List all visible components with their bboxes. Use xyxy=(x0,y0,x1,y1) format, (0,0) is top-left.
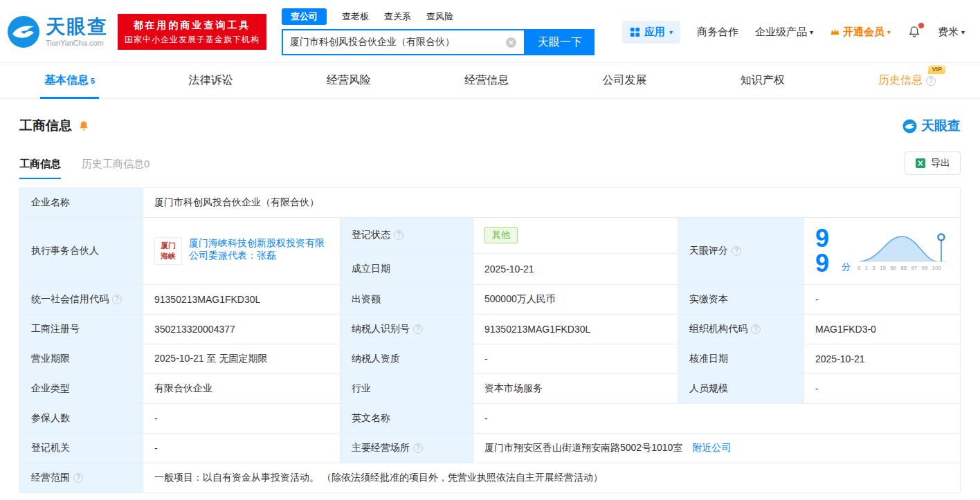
staff-size-label: 人员规模 xyxy=(678,374,804,404)
caret-down-icon: ▾ xyxy=(810,29,813,36)
export-label: 导出 xyxy=(931,157,950,169)
clear-icon[interactable] xyxy=(505,37,517,48)
search-tab-risk[interactable]: 查风险 xyxy=(426,10,453,23)
partner-logo-line1: 厦门 xyxy=(161,241,176,251)
help-icon[interactable]: ? xyxy=(73,473,83,483)
help-icon[interactable]: ? xyxy=(751,324,761,334)
slogan-line1: 都在用的商业查询工具 xyxy=(125,18,260,33)
tab-history-label: 历史信息 xyxy=(878,73,923,88)
nav-enterprise-label: 企业级产品 xyxy=(755,26,807,39)
search-tab-company[interactable]: 查公司 xyxy=(282,8,327,25)
subtab-business-info[interactable]: 工商信息 xyxy=(19,158,61,179)
taxpayer-quality-label: 纳税人资质 xyxy=(341,344,473,374)
score-label: 天眼评分? xyxy=(678,218,804,285)
nav-open-vip[interactable]: 开通会员 ▾ xyxy=(830,26,891,39)
capital-label: 出资额 xyxy=(341,285,473,315)
section-watermark-text: 天眼查 xyxy=(921,117,961,135)
tianyancha-logo-icon xyxy=(7,15,40,48)
nav-cooperation[interactable]: 商务合作 xyxy=(697,26,738,39)
english-name-value: - xyxy=(473,404,961,434)
partner-logo: 厦门 海峡 xyxy=(154,237,182,265)
search-button[interactable]: 天眼一下 xyxy=(525,29,595,55)
taxpayer-id-value: 91350213MAG1FKD30L xyxy=(473,315,678,344)
nav-enterprise-products[interactable]: 企业级产品 ▾ xyxy=(755,26,813,39)
reg-number-label: 工商注册号 xyxy=(20,315,143,344)
score-unit: 分 xyxy=(842,261,851,273)
establish-date-label: 成立日期 xyxy=(341,253,473,284)
status-badge: 其他 xyxy=(484,227,518,243)
company-type-label: 企业类型 xyxy=(20,374,143,404)
reg-number-value: 350213320004377 xyxy=(143,315,341,344)
approval-date-value: 2025-10-21 xyxy=(804,344,961,374)
search-box: 天眼一下 xyxy=(282,29,595,55)
subtab-row: 工商信息 历史工商信息0 导出 xyxy=(19,151,961,179)
table-row: 企业名称 厦门市科创风投合伙企业（有限合伙） xyxy=(20,188,961,218)
reg-authority-value: - xyxy=(143,434,341,463)
content: 工商信息 天眼查 工商信息 历史工商信息0 导出 xyxy=(0,117,980,500)
caret-down-icon: ▾ xyxy=(887,29,891,36)
user-menu[interactable]: 费米 ▾ xyxy=(938,26,965,39)
section-watermark-logo: 天眼查 xyxy=(902,117,961,135)
export-button[interactable]: 导出 xyxy=(905,151,961,175)
grid-icon xyxy=(630,27,640,37)
help-icon[interactable]: ? xyxy=(413,443,423,453)
score-axis-labels: 0 1 3 15 50 85 97 99 100 xyxy=(858,265,949,271)
business-term-value: 2025-10-21 至 无固定期限 xyxy=(143,344,341,374)
help-icon[interactable]: ? xyxy=(413,324,423,334)
industry-value: 资本市场服务 xyxy=(473,374,678,404)
brand-domain: TianYanCha.com xyxy=(46,39,108,47)
subscribe-bell-icon[interactable] xyxy=(78,120,90,132)
tab-basic-info-label: 基本信息 xyxy=(44,73,89,88)
executive-partner-value: 厦门 海峡 厦门海峡科技创新股权投资有限公司委派代表：张磊 xyxy=(143,218,341,285)
business-scope-label: 经营范围? xyxy=(20,463,143,493)
search-input-wrap xyxy=(282,29,525,55)
help-icon[interactable]: ? xyxy=(926,76,936,86)
org-code-value: MAG1FKD3-0 xyxy=(804,315,961,344)
nearby-companies-link[interactable]: 附近公司 xyxy=(692,442,731,453)
table-row: 营业期限 2025-10-21 至 无固定期限 纳税人资质 - 核准日期 202… xyxy=(20,344,961,374)
crown-icon xyxy=(830,27,840,37)
staff-size-value: - xyxy=(804,374,961,404)
brand-text: 天眼查 TianYanCha.com xyxy=(46,17,108,47)
company-type-value: 有限合伙企业 xyxy=(143,374,341,404)
approval-date-label: 核准日期 xyxy=(678,344,804,374)
help-icon[interactable]: ? xyxy=(732,246,741,256)
registration-status-value: 其他 xyxy=(473,218,678,254)
tab-history-info[interactable]: VIP 历史信息 ? xyxy=(878,63,936,99)
capital-value: 500000万人民币 xyxy=(473,285,678,315)
search-tab-boss[interactable]: 查老板 xyxy=(342,10,369,23)
tianyancha-logo[interactable]: 天眼查 TianYanCha.com xyxy=(7,15,108,48)
address-label: 主要经营场所? xyxy=(341,434,473,463)
table-row: 企业类型 有限合伙企业 行业 资本市场服务 人员规模 - xyxy=(20,374,961,404)
org-code-label: 组织机构代码? xyxy=(678,315,804,344)
tab-business-info[interactable]: 经营信息 xyxy=(464,63,509,99)
partner-person-link[interactable]: 张磊 xyxy=(257,250,276,261)
table-row: 登记机关 - 主要经营场所? 厦门市翔安区香山街道翔安南路5002号1010室 … xyxy=(20,434,961,463)
search-input[interactable] xyxy=(290,37,500,48)
address-value: 厦门市翔安区香山街道翔安南路5002号1010室 附近公司 xyxy=(473,434,961,463)
help-icon[interactable]: ? xyxy=(394,230,403,240)
brand-name: 天眼查 xyxy=(46,17,108,37)
tab-count-badge: 5 xyxy=(91,77,95,85)
help-icon[interactable]: ? xyxy=(112,295,122,304)
credit-code-label: 统一社会信用代码? xyxy=(20,285,143,315)
subtab-history-business-info[interactable]: 历史工商信息0 xyxy=(82,158,149,179)
reg-authority-label: 登记机关 xyxy=(20,434,143,463)
tab-business-risk[interactable]: 经营风险 xyxy=(327,63,371,99)
user-name: 费米 xyxy=(938,26,959,39)
apps-menu[interactable]: 应用 ▾ xyxy=(622,21,680,44)
search-area: 查公司 查老板 查关系 查风险 天眼一下 xyxy=(282,8,595,55)
search-tab-relation[interactable]: 查关系 xyxy=(384,10,411,23)
notifications-bell[interactable] xyxy=(907,25,921,39)
tab-company-development[interactable]: 公司发展 xyxy=(602,63,646,99)
score-value: 99 分 0 1 3 15 50 85 97 99 100 xyxy=(804,218,961,285)
tab-basic-info[interactable]: 基本信息5 xyxy=(44,63,95,99)
business-term-label: 营业期限 xyxy=(20,344,143,374)
tab-legal-proceedings[interactable]: 法律诉讼 xyxy=(188,63,233,99)
excel-icon xyxy=(915,158,926,169)
tab-intellectual-property[interactable]: 知识产权 xyxy=(741,63,785,99)
section-header: 工商信息 天眼查 xyxy=(19,117,961,135)
address-text: 厦门市翔安区香山街道翔安南路5002号1010室 xyxy=(484,442,682,453)
vip-badge: VIP xyxy=(928,65,945,75)
partner-logo-line2: 海峡 xyxy=(161,251,176,261)
